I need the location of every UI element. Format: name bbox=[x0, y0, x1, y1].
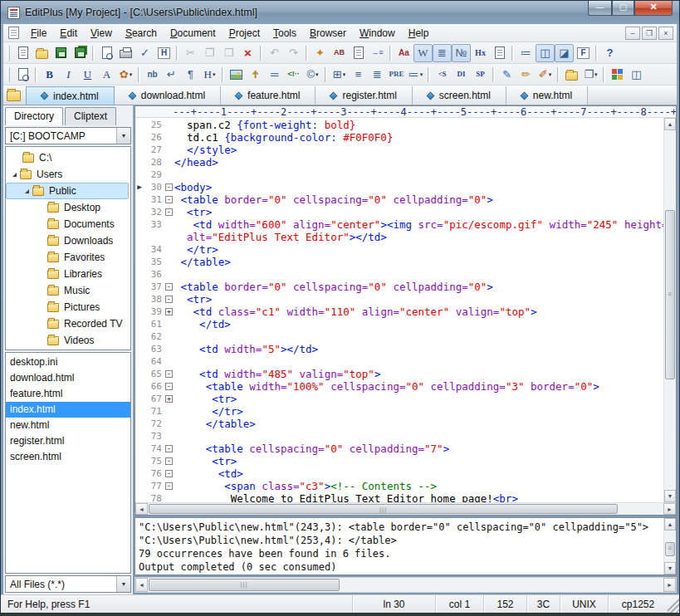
replace-button[interactable]: AB bbox=[330, 44, 349, 62]
menu-search[interactable]: Search bbox=[119, 26, 164, 41]
scroll-thumb[interactable] bbox=[665, 542, 675, 557]
menu-file[interactable]: File bbox=[24, 26, 53, 41]
code-line[interactable]: 36 bbox=[135, 268, 663, 281]
code-line[interactable]: 64 bbox=[135, 355, 663, 368]
tree-item-pictures[interactable]: Pictures bbox=[6, 299, 130, 315]
code-line[interactable]: 62 bbox=[135, 330, 663, 343]
hex-viewer-button[interactable]: Hx bbox=[471, 44, 490, 62]
tree-item-downloads[interactable]: Downloads bbox=[6, 232, 130, 249]
menu-edit[interactable]: Edit bbox=[53, 26, 84, 41]
menu-window[interactable]: Window bbox=[353, 26, 402, 41]
code-line[interactable]: 25 span.c2 {font-weight: bold} bbox=[135, 119, 663, 131]
underline-button[interactable]: U bbox=[78, 66, 97, 84]
mdi-close-button[interactable]: × bbox=[658, 27, 673, 40]
nbsp-button[interactable]: nb bbox=[143, 66, 162, 84]
tree-item-music[interactable]: Music bbox=[6, 282, 130, 299]
title-bar[interactable]: EditPlus [My Project] - [C:\Users\Public… bbox=[1, 1, 679, 24]
code-line[interactable]: 38- <tr> bbox=[135, 293, 663, 306]
delete-button[interactable]: × bbox=[238, 44, 257, 62]
scroll-thumb[interactable] bbox=[149, 579, 340, 591]
browser-select-button[interactable] bbox=[608, 66, 627, 84]
maximize-button[interactable]: ▢ bbox=[612, 1, 634, 16]
code-line[interactable]: 75- <tr> bbox=[135, 455, 663, 467]
code-line[interactable]: 71 </tr> bbox=[135, 405, 663, 418]
fold-expand-icon[interactable]: + bbox=[165, 308, 173, 315]
code-line[interactable]: 78 Welcome to EditPlus Text Editor home … bbox=[135, 492, 663, 502]
tree-item-documents[interactable]: Documents bbox=[6, 216, 130, 232]
code-line[interactable]: 27 </style> bbox=[135, 144, 663, 156]
fold-collapse-icon[interactable]: - bbox=[165, 445, 173, 452]
color-button[interactable]: ✿▾ bbox=[116, 66, 135, 84]
line-numbers-button[interactable]: № bbox=[452, 44, 471, 62]
anchor-button[interactable]: Ϯ bbox=[246, 66, 265, 84]
expanded-arrow-icon[interactable] bbox=[25, 189, 29, 193]
bold-button[interactable]: B bbox=[40, 66, 59, 84]
file-item-new-html[interactable]: new.html bbox=[6, 418, 130, 433]
sidebar-tab-directory[interactable]: Directory bbox=[5, 107, 63, 125]
minimize-button[interactable]: — bbox=[588, 1, 612, 16]
toolbar-grip[interactable] bbox=[7, 67, 10, 82]
tree-item-c-[interactable]: C:\ bbox=[6, 149, 130, 166]
fold-collapse-icon[interactable]: - bbox=[165, 208, 173, 216]
output-vertical-scrollbar[interactable]: ▲ ▼ bbox=[663, 518, 676, 574]
tab-new.html[interactable]: new.html bbox=[506, 86, 588, 105]
code-line[interactable]: alt="EditPlus Text Editor"></td> bbox=[135, 231, 663, 243]
copy-button[interactable]: ❐ bbox=[200, 44, 219, 62]
span-button[interactable]: SP bbox=[471, 66, 490, 84]
sidebar-tab-cliptext[interactable]: Cliptext bbox=[65, 107, 116, 125]
file-filter-selector[interactable]: All Files (*.*) ▼ bbox=[5, 575, 131, 593]
scroll-thumb[interactable] bbox=[665, 210, 675, 379]
fold-collapse-icon[interactable]: - bbox=[165, 370, 173, 378]
scroll-down-button[interactable]: ▼ bbox=[664, 490, 676, 502]
file-item-register-html[interactable]: register.html bbox=[6, 433, 130, 449]
directory-window-button[interactable]: ◫ bbox=[536, 44, 555, 62]
tree-item-recorded-tv[interactable]: Recorded TV bbox=[6, 315, 130, 332]
tab-register.html[interactable]: register.html bbox=[316, 86, 412, 105]
scroll-up-button[interactable]: ▲ bbox=[664, 518, 676, 530]
chevron-down-icon[interactable]: ▼ bbox=[116, 128, 130, 144]
strikeout-button[interactable]: <S bbox=[433, 66, 452, 84]
toolbar-grip[interactable] bbox=[7, 46, 10, 61]
italic-button[interactable]: I bbox=[59, 66, 78, 84]
file-item-index-html[interactable]: index.html bbox=[6, 402, 130, 418]
save-all-button[interactable] bbox=[71, 44, 90, 62]
new-folder-button[interactable] bbox=[562, 66, 581, 84]
edit-cliptext-button[interactable]: ✎ bbox=[497, 66, 516, 84]
code-line[interactable]: 72 </table> bbox=[135, 418, 663, 430]
code-line[interactable]: 28</head> bbox=[135, 156, 663, 169]
split-window-button[interactable]: ◫ bbox=[627, 66, 646, 84]
fold-collapse-icon[interactable]: - bbox=[165, 283, 173, 291]
code-line[interactable]: 34 </tr> bbox=[135, 243, 663, 256]
tree-item-users[interactable]: Users bbox=[6, 166, 130, 183]
menu-tools[interactable]: Tools bbox=[267, 26, 303, 41]
file-item-screen-html[interactable]: screen.html bbox=[6, 449, 130, 465]
line-break-button[interactable]: ↵ bbox=[162, 66, 181, 84]
cliptext-window-button[interactable]: ≔ bbox=[516, 44, 536, 62]
print-preview-button[interactable] bbox=[97, 44, 116, 62]
tree-item-desktop[interactable]: Desktop bbox=[6, 199, 130, 216]
tab-download.html[interactable]: download.html bbox=[115, 86, 221, 105]
project-folder-icon[interactable] bbox=[7, 90, 21, 101]
mdi-minimize-button[interactable]: – bbox=[625, 27, 640, 40]
scroll-down-button[interactable]: ▼ bbox=[664, 562, 676, 574]
tab-screen.html[interactable]: screen.html bbox=[413, 86, 506, 105]
save-button[interactable] bbox=[51, 44, 71, 62]
view-in-browser-button[interactable] bbox=[13, 66, 32, 84]
scroll-right-button[interactable]: ► bbox=[663, 578, 676, 592]
code-line[interactable]: 39+ <td class="c1" width="110" align="ce… bbox=[135, 306, 663, 318]
fold-collapse-icon[interactable]: - bbox=[165, 482, 173, 490]
list-button[interactable]: ≔▾ bbox=[406, 66, 425, 84]
tree-item-favorites[interactable]: Favorites bbox=[6, 249, 130, 266]
fold-collapse-icon[interactable]: - bbox=[165, 383, 173, 390]
find-button[interactable]: ✦ bbox=[311, 44, 330, 62]
user-tools-button[interactable]: ✏ bbox=[516, 66, 536, 84]
preformatted-button[interactable]: PRE bbox=[387, 66, 406, 84]
panel-layout-button[interactable]: ❐▾ bbox=[581, 66, 600, 84]
code-line[interactable]: 26 td.c1 {background-color: #F0F0F0} bbox=[135, 131, 663, 144]
code-line[interactable]: 67+ <tr> bbox=[135, 393, 663, 405]
file-item-feature-html[interactable]: feature.html bbox=[6, 386, 130, 402]
code-line[interactable]: 73 bbox=[135, 430, 663, 442]
expanded-arrow-icon[interactable] bbox=[12, 173, 17, 177]
resize-grip[interactable] bbox=[668, 595, 679, 613]
table-button[interactable]: ⊞▾ bbox=[330, 66, 349, 84]
